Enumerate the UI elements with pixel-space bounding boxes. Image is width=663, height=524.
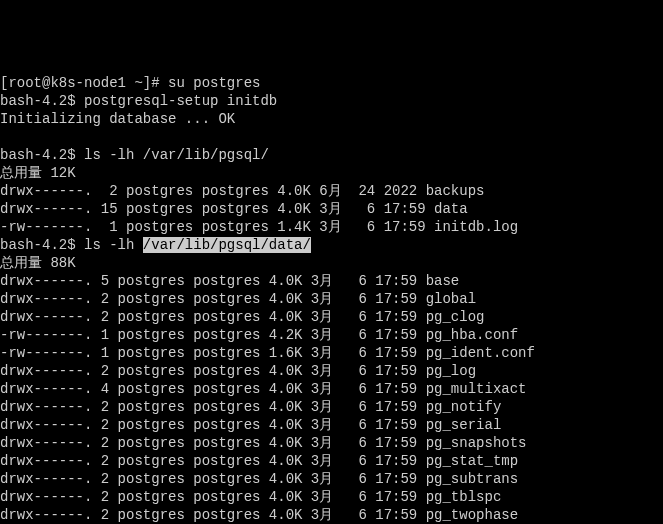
terminal-line: drwx------. 2 postgres postgres 4.0K 3月 … bbox=[0, 488, 663, 506]
file-listing-row: drwx------. 2 postgres postgres 4.0K 3月 … bbox=[0, 453, 518, 469]
file-listing-row: drwx------. 2 postgres postgres 4.0K 3月 … bbox=[0, 309, 484, 325]
file-listing-row: drwx------. 2 postgres postgres 4.0K 3月 … bbox=[0, 399, 501, 415]
terminal-line: drwx------. 2 postgres postgres 4.0K 3月 … bbox=[0, 452, 663, 470]
file-listing-row: -rw-------. 1 postgres postgres 1.4K 3月 … bbox=[0, 219, 518, 235]
terminal-line: drwx------. 15 postgres postgres 4.0K 3月… bbox=[0, 200, 663, 218]
file-listing-row: drwx------. 2 postgres postgres 4.0K 6月 … bbox=[0, 183, 484, 199]
terminal-line: drwx------. 2 postgres postgres 4.0K 3月 … bbox=[0, 308, 663, 326]
file-listing-row: drwx------. 2 postgres postgres 4.0K 3月 … bbox=[0, 291, 476, 307]
terminal-line: drwx------. 2 postgres postgres 4.0K 3月 … bbox=[0, 290, 663, 308]
command-text: su postgres bbox=[168, 75, 260, 91]
prompt-bash: bash-4.2$ bbox=[0, 93, 84, 109]
terminal-line: drwx------. 2 postgres postgres 4.0K 3月 … bbox=[0, 416, 663, 434]
terminal-line: -rw-------. 1 postgres postgres 4.2K 3月 … bbox=[0, 326, 663, 344]
command-text: ls -lh /var/lib/pgsql/ bbox=[84, 147, 269, 163]
terminal-line: [root@k8s-node1 ~]# su postgres bbox=[0, 74, 663, 92]
terminal-line: drwx------. 2 postgres postgres 4.0K 3月 … bbox=[0, 506, 663, 524]
terminal-line: -rw-------. 1 postgres postgres 1.4K 3月 … bbox=[0, 218, 663, 236]
blank-line bbox=[0, 129, 8, 145]
command-text: postgresql-setup initdb bbox=[84, 93, 277, 109]
file-listing-row: drwx------. 2 postgres postgres 4.0K 3月 … bbox=[0, 435, 526, 451]
file-listing-row: -rw-------. 1 postgres postgres 1.6K 3月 … bbox=[0, 345, 535, 361]
file-listing-row: drwx------. 2 postgres postgres 4.0K 3月 … bbox=[0, 471, 518, 487]
file-listing-row: drwx------. 4 postgres postgres 4.0K 3月 … bbox=[0, 381, 526, 397]
terminal-line: Initializing database ... OK bbox=[0, 110, 663, 128]
terminal-line: drwx------. 2 postgres postgres 4.0K 6月 … bbox=[0, 182, 663, 200]
highlighted-path: /var/lib/pgsql/data/ bbox=[143, 237, 311, 253]
command-text: ls -lh bbox=[84, 237, 143, 253]
terminal-line: bash-4.2$ ls -lh /var/lib/pgsql/ bbox=[0, 146, 663, 164]
file-listing-row: drwx------. 15 postgres postgres 4.0K 3月… bbox=[0, 201, 468, 217]
output-text: 总用量 88K bbox=[0, 255, 76, 271]
terminal-line: drwx------. 2 postgres postgres 4.0K 3月 … bbox=[0, 398, 663, 416]
file-listing-row: drwx------. 5 postgres postgres 4.0K 3月 … bbox=[0, 273, 459, 289]
terminal-line: drwx------. 4 postgres postgres 4.0K 3月 … bbox=[0, 380, 663, 398]
terminal-line: 总用量 88K bbox=[0, 254, 663, 272]
file-listing-row: drwx------. 2 postgres postgres 4.0K 3月 … bbox=[0, 507, 518, 523]
terminal-line: drwx------. 2 postgres postgres 4.0K 3月 … bbox=[0, 470, 663, 488]
terminal-line bbox=[0, 128, 663, 146]
terminal-line: 总用量 12K bbox=[0, 164, 663, 182]
prompt-bash: bash-4.2$ bbox=[0, 237, 84, 253]
file-listing-row: drwx------. 2 postgres postgres 4.0K 3月 … bbox=[0, 363, 476, 379]
terminal-line: drwx------. 2 postgres postgres 4.0K 3月 … bbox=[0, 362, 663, 380]
terminal-line: -rw-------. 1 postgres postgres 1.6K 3月 … bbox=[0, 344, 663, 362]
terminal-line: drwx------. 2 postgres postgres 4.0K 3月 … bbox=[0, 434, 663, 452]
output-text: Initializing database ... OK bbox=[0, 111, 235, 127]
file-listing-row: drwx------. 2 postgres postgres 4.0K 3月 … bbox=[0, 417, 501, 433]
terminal-line: bash-4.2$ postgresql-setup initdb bbox=[0, 92, 663, 110]
prompt-bash: bash-4.2$ bbox=[0, 147, 84, 163]
prompt-root: [root@k8s-node1 ~]# bbox=[0, 75, 168, 91]
file-listing-row: drwx------. 2 postgres postgres 4.0K 3月 … bbox=[0, 489, 501, 505]
terminal-line: drwx------. 5 postgres postgres 4.0K 3月 … bbox=[0, 272, 663, 290]
terminal[interactable]: [root@k8s-node1 ~]# su postgresbash-4.2$… bbox=[0, 74, 663, 524]
terminal-line: bash-4.2$ ls -lh /var/lib/pgsql/data/ bbox=[0, 236, 663, 254]
output-text: 总用量 12K bbox=[0, 165, 76, 181]
file-listing-row: -rw-------. 1 postgres postgres 4.2K 3月 … bbox=[0, 327, 518, 343]
